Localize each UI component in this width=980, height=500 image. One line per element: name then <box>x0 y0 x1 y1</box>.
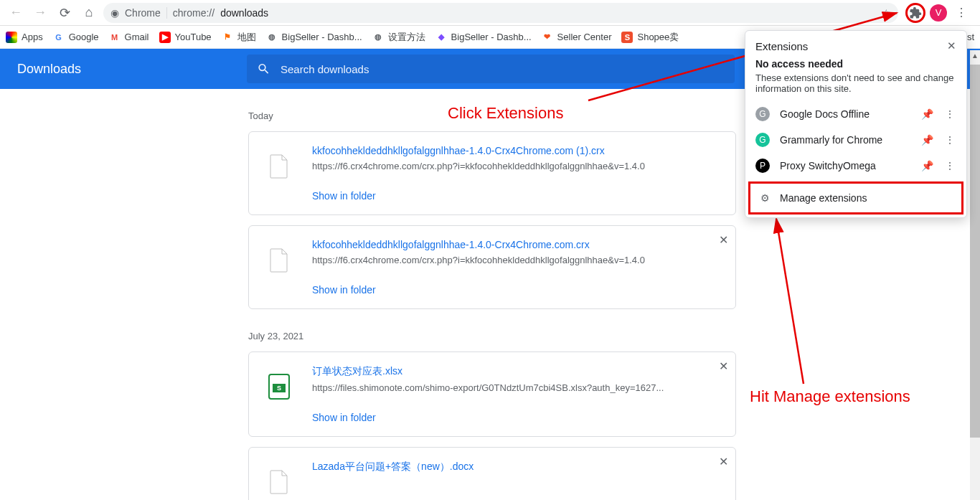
remove-download-button[interactable]: ✕ <box>719 455 728 468</box>
forward-button[interactable]: → <box>30 3 50 23</box>
bookmark-shopee[interactable]: SShopee卖 <box>621 31 679 44</box>
bookmark-label: Seller Center <box>557 32 612 42</box>
remove-download-button[interactable]: ✕ <box>719 359 728 373</box>
extensions-button[interactable] <box>905 3 925 23</box>
extension-menu-button[interactable]: ⋮ <box>943 160 956 171</box>
search-box[interactable] <box>247 55 735 83</box>
bookmark-bigseller1[interactable]: ◍BigSeller - Dashb... <box>266 32 362 43</box>
bookmark-google[interactable]: GGoogle <box>53 32 99 43</box>
bookmark-label: Gmail <box>125 32 149 42</box>
remove-download-button[interactable]: ✕ <box>719 233 728 247</box>
bookmark-maps[interactable]: ⚑地图 <box>222 31 256 44</box>
download-filename[interactable]: Lazada平台问题+答案（new）.docx <box>312 461 722 473</box>
bookmark-gmail[interactable]: MGmail <box>109 32 149 43</box>
download-card: S订单状态对应表.xlsxhttps://files.shimonote.com… <box>248 352 736 437</box>
annotation-click-extensions: Click Extensions <box>448 104 563 123</box>
extension-row[interactable]: GGrammarly for Chrome📌⋮ <box>745 127 966 153</box>
star-icon[interactable]: ☆ <box>882 7 891 19</box>
bookmark-youtube[interactable]: ▶YouTube <box>159 32 212 43</box>
ext-subtitle: No access needed <box>745 58 966 70</box>
puzzle-icon <box>909 6 922 19</box>
pin-icon[interactable]: 📌 <box>921 160 933 171</box>
extension-row[interactable]: PProxy SwitchyOmega📌⋮ <box>745 153 966 179</box>
extension-name: Grammarly for Chrome <box>780 134 882 146</box>
bookmark-label: BigSeller - Dashb... <box>451 32 532 42</box>
extensions-popup: Extensions ✕ No access needed These exte… <box>745 30 967 218</box>
bookmark-label: Apps <box>22 32 43 42</box>
bookmark-label: Shopee卖 <box>637 31 679 44</box>
svg-text:S: S <box>277 385 281 392</box>
separator <box>166 7 167 19</box>
bookmark-label: 地图 <box>237 31 256 44</box>
reload-button[interactable]: ⟳ <box>55 3 75 23</box>
file-icon: S <box>262 369 296 404</box>
ext-description: These extensions don't need to see and c… <box>745 70 966 101</box>
show-in-folder-link[interactable]: Show in folder <box>312 190 722 202</box>
extension-menu-button[interactable]: ⋮ <box>943 134 956 146</box>
pin-icon[interactable]: 📌 <box>921 108 933 120</box>
download-card: kkfocohhekldeddhkllgofalggnlhhae-1.4.0-C… <box>248 131 736 215</box>
home-button[interactable]: ⌂ <box>79 3 99 23</box>
bookmark-sellercenter[interactable]: ❤Seller Center <box>542 32 612 43</box>
page-title: Downloads <box>0 62 247 77</box>
download-card: kkfocohhekldeddhkllgofalggnlhhae-1.4.0-C… <box>248 225 736 309</box>
manage-extensions-label: Manage extensions <box>780 192 867 204</box>
url-prefix: chrome:// <box>173 7 215 19</box>
file-icon <box>262 465 296 499</box>
back-button[interactable]: ← <box>6 3 26 23</box>
bookmark-bigseller2[interactable]: ◆BigSeller - Dashb... <box>435 32 532 43</box>
download-url: https://f6.crx4chrome.com/crx.php?i=kkfo… <box>312 255 722 265</box>
download-url: https://f6.crx4chrome.com/crx.php?i=kkfo… <box>312 161 722 171</box>
show-in-folder-link[interactable]: Show in folder <box>312 412 722 423</box>
download-filename[interactable]: kkfocohhekldeddhkllgofalggnlhhae-1.4.0-C… <box>312 145 722 156</box>
bookmark-label: 设置方法 <box>388 31 425 44</box>
site-icon: ◉ <box>110 7 119 19</box>
pin-icon[interactable]: 📌 <box>921 134 933 146</box>
chrome-menu-button[interactable]: ⋮ <box>951 3 971 23</box>
browser-toolbar: ← → ⟳ ⌂ ◉ Chrome chrome://downloads ☆ V … <box>0 0 980 26</box>
bookmark-settings[interactable]: ◍设置方法 <box>372 31 425 44</box>
extension-icon: G <box>755 107 770 121</box>
scrollbar-thumb[interactable] <box>970 65 980 438</box>
extension-icon: G <box>755 133 770 147</box>
bookmark-label: BigSeller - Dashb... <box>282 32 362 42</box>
search-input[interactable] <box>281 63 725 75</box>
scrollbar[interactable]: ▲ <box>970 50 980 500</box>
download-url: https://files.shimonote.com/shimo-export… <box>312 382 722 393</box>
bookmark-label: Google <box>69 32 99 42</box>
download-filename[interactable]: 订单状态对应表.xlsx <box>312 365 722 378</box>
extension-menu-button[interactable]: ⋮ <box>943 108 956 120</box>
site-label: Chrome <box>125 7 161 19</box>
gear-icon: ⚙ <box>760 192 770 204</box>
profile-avatar[interactable]: V <box>930 4 947 22</box>
show-in-folder-link[interactable]: Show in folder <box>312 284 722 296</box>
bookmark-label: YouTube <box>175 32 212 42</box>
address-bar[interactable]: ◉ Chrome chrome://downloads ☆ <box>103 3 898 23</box>
extension-row[interactable]: GGoogle Docs Offline📌⋮ <box>745 101 966 127</box>
extension-name: Google Docs Offline <box>780 108 870 120</box>
download-card: Lazada平台问题+答案（new）.docx✕ <box>248 447 736 500</box>
url-path: downloads <box>220 7 268 19</box>
manage-extensions-button[interactable]: ⚙ Manage extensions <box>748 181 963 214</box>
section-label: July 23, 2021 <box>248 331 980 341</box>
search-icon <box>257 62 270 76</box>
extension-name: Proxy SwitchyOmega <box>780 160 876 171</box>
extension-icon: P <box>755 159 770 173</box>
file-icon <box>262 149 296 184</box>
toolbar-right: V ⋮ <box>903 3 974 23</box>
file-icon <box>262 243 296 278</box>
bookmark-apps[interactable]: Apps <box>6 32 43 43</box>
download-filename[interactable]: kkfocohhekldeddhkllgofalggnlhhae-1.4.0-C… <box>312 239 722 250</box>
annotation-hit-manage: Hit Manage extensions <box>750 387 910 406</box>
close-icon[interactable]: ✕ <box>947 39 956 52</box>
extensions-popup-title: Extensions <box>755 40 808 52</box>
